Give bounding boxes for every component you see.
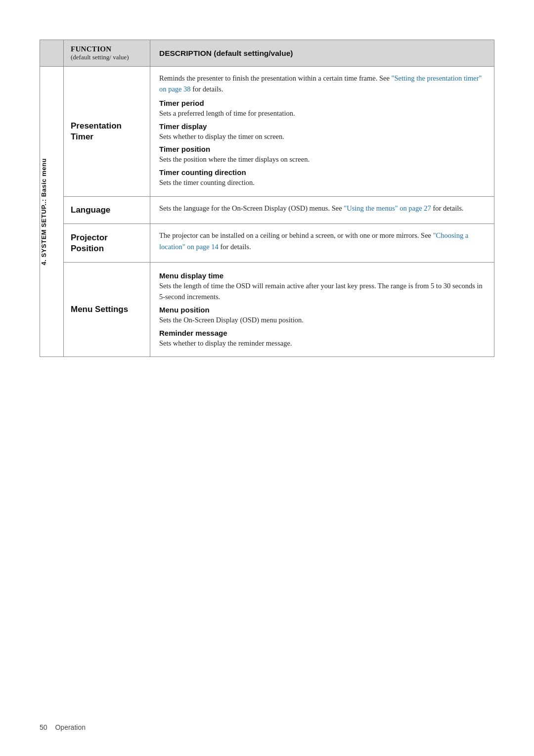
- table-header-row: FUNCTION (default setting/ value) DESCRI…: [40, 40, 494, 67]
- intro-link[interactable]: "Using the menus" on page 27: [344, 204, 431, 212]
- description-header-label: DESCRIPTION (default setting/value): [159, 49, 293, 57]
- description-cell: Reminds the presenter to finish the pres…: [150, 67, 494, 197]
- function-header-label: FUNCTION: [71, 45, 143, 53]
- sub-body: Sets whether to display the timer on scr…: [159, 132, 485, 142]
- header-description-cell: DESCRIPTION (default setting/value): [150, 40, 494, 67]
- table-row: 4. SYSTEM SETUP..: Basic menuPresentatio…: [40, 67, 494, 197]
- sidebar-cell: 4. SYSTEM SETUP..: Basic menu: [40, 67, 64, 357]
- sub-body: Sets whether to display the reminder mes…: [159, 338, 485, 349]
- sidebar-label: 4. SYSTEM SETUP..: Basic menu: [40, 153, 47, 270]
- sub-title: Timer display: [159, 122, 485, 131]
- page-number: 50: [40, 723, 47, 731]
- description-cell: Sets the language for the On-Screen Disp…: [150, 196, 494, 223]
- intro-text: Reminds the presenter to finish the pres…: [159, 73, 485, 95]
- table-row: LanguageSets the language for the On-Scr…: [40, 196, 494, 223]
- table-row: Menu SettingsMenu display timeSets the l…: [40, 263, 494, 357]
- sub-body: Sets the timer counting direction.: [159, 178, 485, 188]
- intro-text: Sets the language for the On-Screen Disp…: [159, 203, 485, 214]
- sub-body: Sets the position where the timer displa…: [159, 154, 485, 165]
- intro-link[interactable]: "Choosing a location" on page 14: [159, 231, 468, 250]
- sub-title: Timer position: [159, 145, 485, 153]
- sub-title: Timer counting direction: [159, 168, 485, 177]
- sub-title: Reminder message: [159, 329, 485, 337]
- description-cell: The projector can be installed on a ceil…: [150, 224, 494, 263]
- page-footer: 50 Operation: [40, 723, 86, 731]
- page-wrapper: FUNCTION (default setting/ value) DESCRI…: [0, 0, 534, 387]
- intro-text: The projector can be installed on a ceil…: [159, 230, 485, 252]
- header-sidebar-cell: [40, 40, 64, 67]
- footer-label: Operation: [55, 723, 85, 731]
- sub-body: Sets the length of time the OSD will rem…: [159, 281, 485, 303]
- description-cell: Menu display timeSets the length of time…: [150, 263, 494, 357]
- function-cell: Presentation Timer: [64, 67, 150, 197]
- intro-link[interactable]: "Setting the presentation timer" on page…: [159, 74, 482, 93]
- sub-body: Sets the On-Screen Display (OSD) menu po…: [159, 315, 485, 326]
- function-cell: Menu Settings: [64, 263, 150, 357]
- main-table: FUNCTION (default setting/ value) DESCRI…: [40, 40, 494, 357]
- sub-body: Sets a preferred length of time for pres…: [159, 108, 485, 119]
- function-cell: Projector Position: [64, 224, 150, 263]
- header-function-cell: FUNCTION (default setting/ value): [64, 40, 150, 67]
- sub-title: Menu position: [159, 306, 485, 314]
- function-cell: Language: [64, 196, 150, 223]
- sub-title: Menu display time: [159, 271, 485, 280]
- table-row: Projector PositionThe projector can be i…: [40, 224, 494, 263]
- function-header-sub: (default setting/ value): [71, 53, 143, 61]
- sub-title: Timer period: [159, 99, 485, 107]
